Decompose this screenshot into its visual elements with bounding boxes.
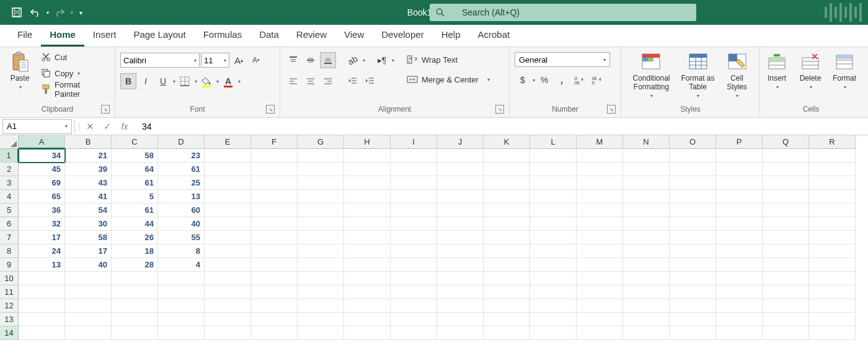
cell[interactable] <box>577 299 623 313</box>
cell[interactable] <box>112 272 158 285</box>
cell[interactable]: 23 <box>158 149 205 163</box>
font-color-button[interactable]: A <box>220 73 236 89</box>
cell[interactable]: 4 <box>158 258 205 272</box>
cell[interactable] <box>623 204 670 217</box>
cell[interactable]: 5 <box>112 190 158 204</box>
cell[interactable] <box>716 176 763 190</box>
cell[interactable] <box>251 272 298 285</box>
text-direction-icon[interactable]: ▸¶ <box>374 52 390 68</box>
dialog-launcher-icon[interactable]: ↘ <box>101 105 110 114</box>
column-header[interactable]: R <box>809 135 856 149</box>
decrease-indent-icon[interactable] <box>345 73 361 89</box>
cell[interactable] <box>344 285 391 299</box>
increase-indent-icon[interactable] <box>362 73 378 89</box>
cell[interactable] <box>205 190 251 204</box>
save-icon[interactable] <box>9 4 25 20</box>
cell[interactable] <box>623 149 670 163</box>
cell[interactable]: 26 <box>112 231 158 244</box>
cell[interactable]: 69 <box>19 176 65 190</box>
cell[interactable] <box>205 217 251 231</box>
cell[interactable] <box>809 258 856 272</box>
cell[interactable] <box>763 244 809 258</box>
cell[interactable] <box>298 176 344 190</box>
cell[interactable]: 25 <box>158 176 205 190</box>
column-header[interactable]: D <box>158 135 205 149</box>
cell[interactable] <box>158 299 205 313</box>
dialog-launcher-icon[interactable]: ↘ <box>266 105 275 114</box>
cell[interactable] <box>809 217 856 231</box>
column-header[interactable]: L <box>530 135 577 149</box>
cell[interactable] <box>437 163 484 176</box>
column-header[interactable]: F <box>251 135 298 149</box>
tab-page-layout[interactable]: Page Layout <box>125 24 194 47</box>
cut-button[interactable]: Cut <box>38 50 110 65</box>
cell[interactable] <box>716 258 763 272</box>
cell[interactable] <box>763 258 809 272</box>
cell[interactable] <box>391 299 437 313</box>
cell[interactable] <box>298 217 344 231</box>
cell[interactable] <box>344 272 391 285</box>
cell[interactable]: 65 <box>19 190 65 204</box>
cell[interactable] <box>809 176 856 190</box>
cell[interactable] <box>298 163 344 176</box>
align-bottom-icon[interactable] <box>320 52 336 68</box>
cell[interactable] <box>251 204 298 217</box>
cell[interactable] <box>437 149 484 163</box>
cell[interactable] <box>763 285 809 299</box>
cell[interactable] <box>763 190 809 204</box>
row-header[interactable]: 14 <box>0 326 19 340</box>
cell[interactable] <box>670 204 716 217</box>
cell[interactable] <box>763 231 809 244</box>
orientation-icon[interactable]: ab <box>345 52 361 68</box>
cell[interactable] <box>763 313 809 326</box>
paste-button[interactable]: Paste ▾ <box>5 50 35 90</box>
cell[interactable]: 64 <box>112 163 158 176</box>
cell[interactable] <box>484 190 530 204</box>
cell[interactable] <box>251 163 298 176</box>
cell[interactable]: 40 <box>65 258 112 272</box>
cell[interactable] <box>670 326 716 340</box>
cell[interactable] <box>670 244 716 258</box>
cell[interactable]: 36 <box>19 204 65 217</box>
cell[interactable] <box>484 176 530 190</box>
cell[interactable] <box>530 285 577 299</box>
cell[interactable] <box>530 326 577 340</box>
qat-customize-icon[interactable]: ▾ <box>79 9 82 16</box>
conditional-formatting-button[interactable]: Conditional Formatting▾ <box>629 50 673 99</box>
cell[interactable] <box>484 244 530 258</box>
cell[interactable] <box>344 204 391 217</box>
cell[interactable] <box>205 244 251 258</box>
cell[interactable] <box>158 326 205 340</box>
cell[interactable] <box>530 163 577 176</box>
cell[interactable] <box>530 149 577 163</box>
column-header[interactable]: Q <box>763 135 809 149</box>
cell[interactable]: 28 <box>112 258 158 272</box>
cell[interactable] <box>298 190 344 204</box>
row-header[interactable]: 2 <box>0 163 19 176</box>
tab-help[interactable]: Help <box>433 24 469 47</box>
cell[interactable] <box>298 204 344 217</box>
cell[interactable] <box>670 299 716 313</box>
cell[interactable] <box>65 326 112 340</box>
cell[interactable] <box>623 285 670 299</box>
cell[interactable] <box>670 217 716 231</box>
cell[interactable] <box>577 285 623 299</box>
cell[interactable]: 21 <box>65 149 112 163</box>
italic-button[interactable]: I <box>138 73 154 89</box>
cell[interactable] <box>391 217 437 231</box>
cell[interactable] <box>437 204 484 217</box>
cell[interactable] <box>530 299 577 313</box>
cell[interactable] <box>716 313 763 326</box>
cell[interactable] <box>205 258 251 272</box>
cell[interactable]: 40 <box>158 217 205 231</box>
cell[interactable] <box>484 285 530 299</box>
cell[interactable] <box>391 244 437 258</box>
cell[interactable] <box>716 285 763 299</box>
cell[interactable] <box>484 204 530 217</box>
cell[interactable] <box>298 258 344 272</box>
cell[interactable] <box>577 326 623 340</box>
accept-formula-icon[interactable]: ✓ <box>99 121 116 132</box>
format-as-table-button[interactable]: Format as Table▾ <box>678 50 719 99</box>
column-header[interactable]: G <box>298 135 344 149</box>
tab-formulas[interactable]: Formulas <box>195 24 251 47</box>
